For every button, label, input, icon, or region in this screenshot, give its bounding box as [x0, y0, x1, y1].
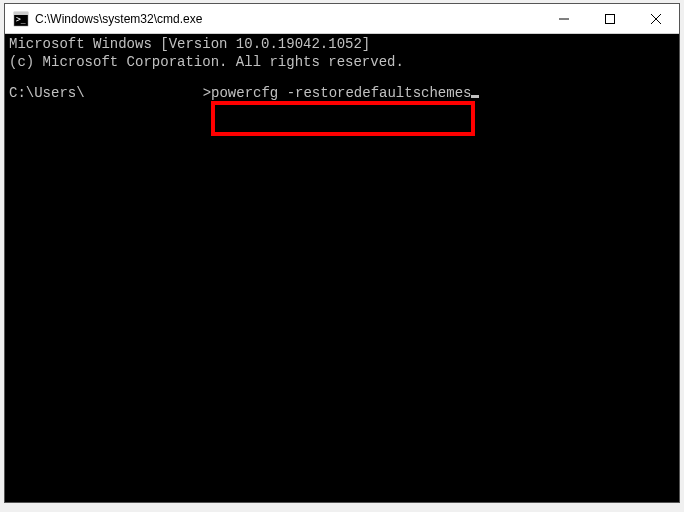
- window-controls: [541, 4, 679, 33]
- prompt-line: C:\Users\>powercfg -restoredefaultscheme…: [9, 85, 675, 103]
- prompt-suffix: >: [203, 85, 211, 101]
- text-cursor: [471, 95, 479, 98]
- minimize-button[interactable]: [541, 4, 587, 33]
- cmd-icon: >_: [13, 11, 29, 27]
- copyright-line: (c) Microsoft Corporation. All rights re…: [9, 54, 675, 72]
- close-button[interactable]: [633, 4, 679, 33]
- maximize-button[interactable]: [587, 4, 633, 33]
- highlight-box: [211, 101, 475, 136]
- maximize-icon: [605, 14, 615, 24]
- redacted-username: [85, 86, 203, 100]
- window-title: C:\Windows\system32\cmd.exe: [35, 12, 541, 26]
- prompt-prefix: C:\Users\: [9, 85, 85, 101]
- titlebar[interactable]: >_ C:\Windows\system32\cmd.exe: [5, 4, 679, 34]
- typed-command: powercfg -restoredefaultschemes: [211, 85, 471, 101]
- version-line: Microsoft Windows [Version 10.0.19042.10…: [9, 36, 675, 54]
- close-icon: [651, 14, 661, 24]
- cmd-window: >_ C:\Windows\system32\cmd.exe: [4, 3, 680, 503]
- minimize-icon: [559, 14, 569, 24]
- terminal-area[interactable]: Microsoft Windows [Version 10.0.19042.10…: [5, 34, 679, 502]
- svg-rect-4: [606, 14, 615, 23]
- svg-text:>_: >_: [16, 15, 26, 24]
